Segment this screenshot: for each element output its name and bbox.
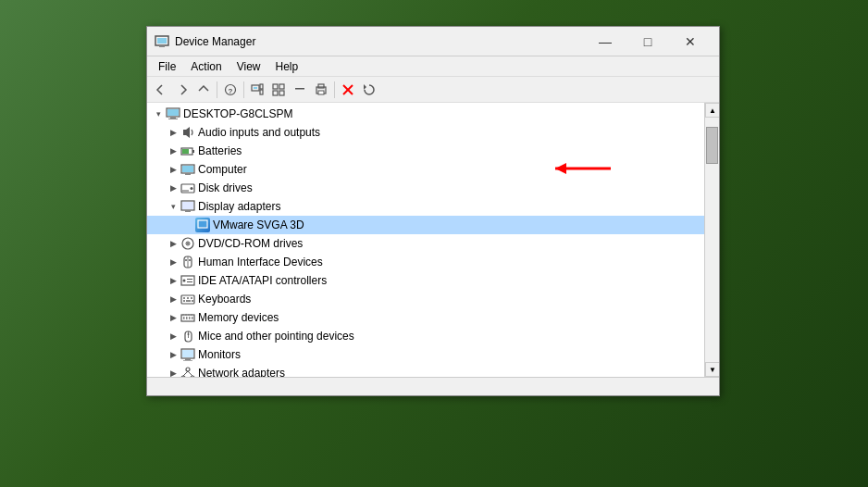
scrollbar[interactable]: ▲ ▼: [704, 103, 719, 377]
svg-rect-23: [168, 119, 178, 119]
scroll-up-arrow[interactable]: ▲: [705, 103, 719, 118]
tree-item-disk[interactable]: ▶ Disk drives: [147, 179, 704, 197]
svg-rect-15: [318, 84, 324, 88]
forward-button[interactable]: [172, 80, 192, 100]
red-arrow-icon: [546, 158, 620, 179]
refresh-button[interactable]: [359, 80, 379, 100]
svg-rect-55: [186, 300, 191, 302]
svg-rect-53: [191, 297, 192, 299]
tree-item-memory[interactable]: ▶ Memor: [147, 308, 704, 327]
svg-rect-6: [254, 87, 257, 89]
display-expand-icon[interactable]: ▾: [166, 197, 180, 216]
tree-item-mice[interactable]: ▶ Mice and other pointing devices: [147, 327, 704, 345]
tree-item-hid[interactable]: ▶ Human Interface Devices: [147, 253, 704, 271]
hid-expand-icon[interactable]: ▶: [166, 253, 180, 271]
scan-button[interactable]: [247, 80, 267, 100]
memory-icon: [180, 310, 195, 325]
svg-rect-2: [159, 45, 165, 47]
svg-rect-10: [279, 84, 284, 89]
toolbar-separator-2: [243, 81, 244, 98]
menu-view[interactable]: View: [229, 58, 268, 75]
svg-point-73: [186, 368, 190, 371]
svg-rect-60: [189, 317, 191, 319]
svg-marker-19: [364, 84, 366, 90]
scroll-down-arrow[interactable]: ▼: [705, 362, 719, 377]
help-button[interactable]: ?: [220, 80, 241, 100]
print-button[interactable]: [311, 80, 331, 100]
memory-expand-icon[interactable]: ▶: [166, 308, 180, 327]
keyboard-icon: [180, 292, 195, 306]
monitors-label: Monitors: [198, 348, 241, 361]
collapse-button[interactable]: [290, 80, 310, 100]
ide-icon: [180, 273, 195, 288]
svg-rect-62: [182, 314, 184, 316]
batteries-expand-icon[interactable]: ▶: [166, 142, 180, 160]
svg-rect-61: [192, 317, 193, 319]
ide-expand-icon[interactable]: ▶: [166, 271, 180, 290]
svg-point-44: [185, 259, 187, 261]
delete-button[interactable]: [338, 80, 358, 100]
dvd-expand-icon[interactable]: ▶: [166, 234, 180, 253]
svg-rect-56: [192, 300, 193, 302]
battery-icon: [180, 144, 195, 158]
svg-line-76: [183, 371, 188, 376]
back-button[interactable]: [151, 80, 171, 100]
audio-expand-icon[interactable]: ▶: [166, 123, 180, 142]
display-label: Display adapters: [198, 200, 280, 213]
root-expand-icon[interactable]: ▾: [151, 105, 166, 123]
scroll-thumb[interactable]: [706, 127, 718, 164]
svg-rect-49: [187, 281, 192, 282]
close-button[interactable]: ✕: [669, 27, 712, 56]
window-icon: [155, 34, 169, 49]
tree-item-network[interactable]: ▶ Network adapters: [147, 364, 704, 377]
svg-rect-29: [182, 166, 193, 172]
svg-rect-63: [185, 314, 187, 316]
tree-item-keyboards[interactable]: ▶ Keyboards: [147, 290, 704, 308]
minimize-button[interactable]: —: [584, 27, 626, 56]
menu-help[interactable]: Help: [268, 58, 306, 75]
svg-point-47: [183, 280, 186, 282]
tree-root[interactable]: ▾ DESKTOP-G8CLSPM: [147, 105, 704, 123]
svg-rect-13: [295, 88, 304, 90]
svg-rect-22: [170, 117, 176, 119]
menu-action[interactable]: Action: [183, 58, 229, 75]
expand-button[interactable]: [268, 80, 289, 100]
device-manager-window: Device Manager — □ ✕ File Action View He…: [146, 26, 720, 396]
mice-label: Mice and other pointing devices: [198, 330, 354, 343]
maximize-button[interactable]: □: [626, 27, 669, 56]
toolbar: ?: [147, 77, 719, 103]
svg-rect-50: [181, 295, 194, 304]
memory-label: Memory devices: [198, 311, 279, 324]
svg-line-77: [188, 371, 192, 376]
tree-item-display[interactable]: ▾ Display adapters: [147, 197, 704, 216]
disk-expand-icon[interactable]: ▶: [166, 179, 180, 197]
tree-item-audio[interactable]: ▶ Audio inputs and outputs: [147, 123, 704, 142]
network-expand-icon[interactable]: ▶: [166, 364, 180, 377]
svg-marker-126: [555, 163, 566, 174]
tree-item-dvd[interactable]: ▶ DVD/CD-ROM drives: [147, 234, 704, 253]
keyboards-expand-icon[interactable]: ▶: [166, 290, 180, 308]
svg-text:?: ?: [229, 86, 233, 94]
title-bar: Device Manager — □ ✕: [147, 27, 719, 56]
svg-point-45: [189, 259, 191, 261]
tree-item-vmware[interactable]: ▶ VMware SVGA 3D: [147, 216, 704, 234]
svg-rect-11: [273, 91, 278, 95]
svg-rect-51: [183, 297, 185, 299]
svg-rect-48: [187, 279, 192, 280]
mice-expand-icon[interactable]: ▶: [166, 327, 180, 345]
device-tree[interactable]: ▾ DESKTOP-G8CLSPM ▶: [147, 103, 704, 377]
annotation-arrow: [546, 158, 620, 179]
menu-file[interactable]: File: [151, 58, 183, 75]
monitors-icon: [180, 347, 195, 362]
monitors-expand-icon[interactable]: ▶: [166, 345, 180, 364]
computer-expand-icon[interactable]: ▶: [166, 160, 180, 179]
svg-rect-8: [260, 90, 263, 94]
tree-item-monitors[interactable]: ▶ Monitors: [147, 345, 704, 364]
tree-item-ide[interactable]: ▶ IDE ATA/ATAPI controllers: [147, 271, 704, 290]
tree-item-computer[interactable]: ▶ Computer: [147, 160, 704, 179]
tree-item-batteries[interactable]: ▶ Batteries: [147, 142, 704, 160]
hid-icon: [180, 255, 195, 269]
svg-rect-21: [167, 109, 179, 116]
svg-rect-65: [191, 314, 192, 316]
up-button[interactable]: [193, 80, 214, 100]
